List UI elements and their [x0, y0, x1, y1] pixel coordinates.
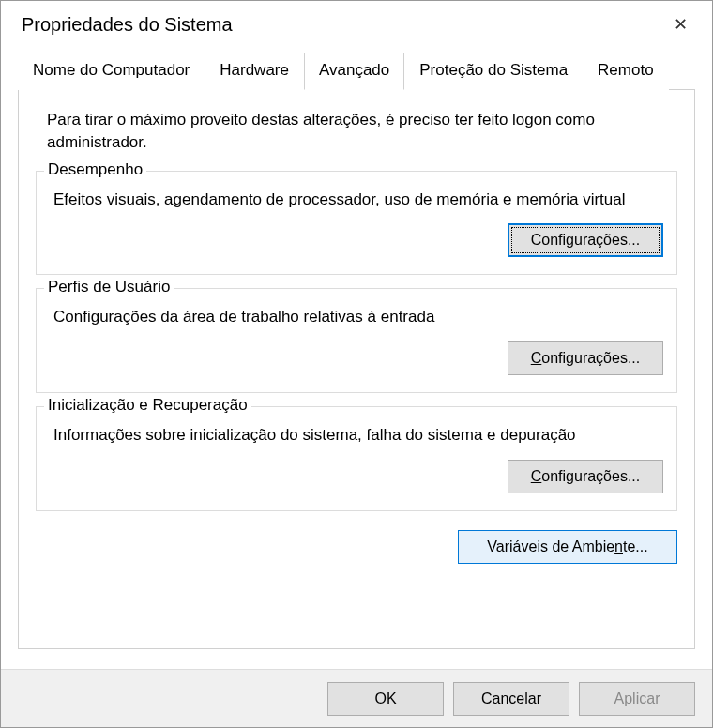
user-profiles-desc: Configurações da área de trabalho relati… — [53, 302, 663, 336]
tabs-row: Nome do Computador Hardware Avançado Pro… — [18, 52, 695, 90]
user-profiles-legend: Perfis de Usuário — [44, 278, 174, 296]
groupbox-startup-recovery: Inicialização e Recuperação Informações … — [36, 406, 677, 511]
environment-variables-row: Variáveis de Ambiente... — [32, 524, 681, 564]
performance-legend: Desempenho — [44, 160, 146, 179]
close-icon[interactable]: ✕ — [661, 9, 699, 39]
tab-content-advanced: Para tirar o máximo proveito destas alte… — [18, 90, 695, 649]
startup-recovery-desc: Informações sobre inicialização do siste… — [53, 420, 663, 454]
tab-system-protection[interactable]: Proteção do Sistema — [404, 53, 583, 90]
titlebar: Propriedades do Sistema ✕ — [1, 1, 712, 48]
user-profiles-settings-button[interactable]: Configurações... — [508, 341, 663, 375]
apply-button[interactable]: Aplicar — [579, 682, 695, 716]
tab-hardware[interactable]: Hardware — [205, 53, 304, 90]
user-profiles-button-row: Configurações... — [53, 336, 663, 379]
tabs-container: Nome do Computador Hardware Avançado Pro… — [18, 52, 695, 649]
startup-recovery-legend: Inicialização e Recuperação — [44, 396, 251, 415]
performance-desc: Efeitos visuais, agendamento de processa… — [53, 185, 663, 219]
groupbox-performance: Desempenho Efeitos visuais, agendamento … — [36, 171, 677, 276]
environment-variables-button[interactable]: Variáveis de Ambiente... — [458, 530, 677, 564]
startup-recovery-settings-button[interactable]: Configurações... — [508, 460, 663, 493]
groupbox-user-profiles: Perfis de Usuário Configurações da área … — [36, 288, 677, 393]
startup-recovery-button-row: Configurações... — [53, 454, 663, 497]
cancel-button[interactable]: Cancelar — [453, 682, 569, 716]
ok-button[interactable]: OK — [327, 682, 444, 716]
tab-computer-name[interactable]: Nome do Computador — [18, 53, 205, 90]
window-title: Propriedades do Sistema — [22, 14, 233, 36]
intro-text: Para tirar o máximo proveito destas alte… — [32, 105, 681, 167]
performance-settings-button[interactable]: Configurações... — [508, 223, 663, 257]
tab-remote[interactable]: Remoto — [583, 53, 669, 90]
tab-advanced[interactable]: Avançado — [304, 53, 404, 90]
bottom-button-bar: OK Cancelar Aplicar — [1, 669, 712, 727]
performance-button-row: Configurações... — [53, 218, 663, 261]
